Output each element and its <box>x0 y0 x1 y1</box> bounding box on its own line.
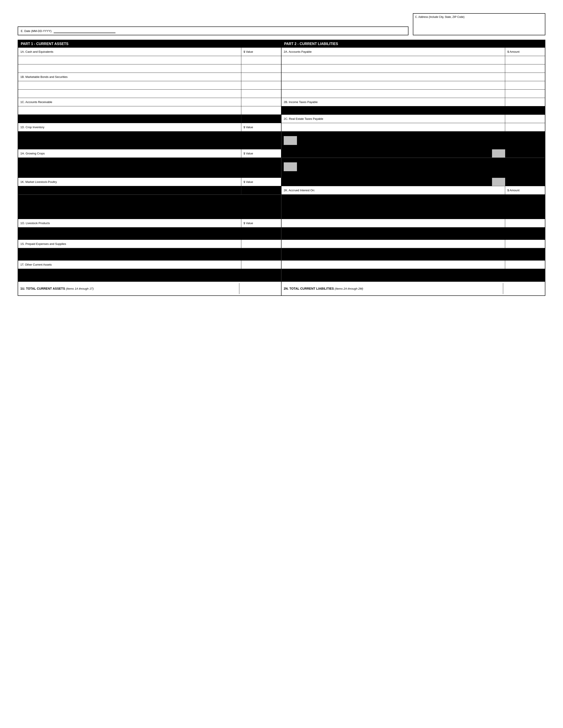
2c-label: 2C. Real Estate Taxes Payable <box>282 115 505 123</box>
1c-row2 <box>18 106 281 115</box>
1k-gray <box>492 178 505 186</box>
total-right: 2N. TOTAL CURRENT LIABILITIES (Items 2A … <box>282 282 545 295</box>
black-l1-val <box>241 115 281 123</box>
row-1o-left: 1O. Livestock Products $ Value <box>18 219 282 227</box>
blank-r2-amt <box>505 81 545 89</box>
1a-row: 1A. Cash and Equivalents $ Value <box>18 48 281 56</box>
black3-right <box>282 195 545 219</box>
row-1b-left: 1B. Marketable Bonds and Securities <box>18 73 282 98</box>
1u-label: 1U. TOTAL CURRENT ASSETS (Items 1A throu… <box>20 287 239 290</box>
1t-right-amt <box>505 261 545 269</box>
1s-value <box>241 240 281 248</box>
2b-amount <box>505 98 545 106</box>
black5-right <box>282 248 545 261</box>
1o-label: 1O. Livestock Products <box>18 219 241 227</box>
row-1k-left: 1K. Market Livestock-Poultry $ Value <box>18 178 282 186</box>
right-blank-amt <box>505 123 545 131</box>
2a-row3 <box>282 64 545 73</box>
1b-label: 1B. Marketable Bonds and Securities <box>18 73 241 81</box>
top-right: C. Address (Include City, State, ZIP Cod… <box>413 13 545 35</box>
1s-row: 1S. Prepaid Expenses and Supplies <box>18 240 281 248</box>
top-left: E. Date (MM-DD-YYYY) <box>18 13 409 35</box>
2k-lb1 <box>18 186 241 194</box>
1h-right-black <box>282 149 545 158</box>
black-middle-section <box>18 131 545 149</box>
1b-val1 <box>241 81 281 89</box>
black4-right <box>282 228 545 240</box>
row-2k-left <box>18 186 282 195</box>
1b-value <box>241 73 281 81</box>
black2-right <box>282 158 545 178</box>
1d-label: 1D. Crop Inventory <box>18 123 241 131</box>
1s-label: 1S. Prepaid Expenses and Supplies <box>18 240 241 248</box>
row-1a: 1A. Cash and Equivalents $ Value <box>18 48 282 73</box>
1t-value <box>241 261 281 269</box>
1t-right-row <box>282 261 545 269</box>
right-blank-row <box>282 123 545 131</box>
total-left: 1U. TOTAL CURRENT ASSETS (Items 1A throu… <box>18 282 282 295</box>
row-2k-right: 2K. Accrued Interest On: $ Amount <box>282 186 545 195</box>
row-1c-left: 1C. Accounts Receivable <box>18 98 282 115</box>
1c-label: 1C. Accounts Receivable <box>18 98 241 106</box>
right-blank <box>282 123 505 131</box>
1o-right-row <box>282 219 545 227</box>
black4-left <box>18 228 282 240</box>
blank-r3 <box>282 90 505 98</box>
black-right <box>282 132 545 149</box>
row-1t-left: 1T. Other Current Assets <box>18 261 282 269</box>
row-1o: 1O. Livestock Products $ Value <box>18 219 545 227</box>
1k-right-black <box>282 178 545 186</box>
row-1h-right <box>282 149 545 158</box>
black-section-3 <box>18 195 545 219</box>
1b-row3 <box>18 90 281 98</box>
1s-right-amt <box>505 240 545 248</box>
2b-row: 2B. Income Taxes Payable <box>282 98 545 106</box>
2b-label: 2B. Income Taxes Payable <box>282 98 505 106</box>
blank-r1 <box>282 73 505 81</box>
2c-amount <box>505 115 545 123</box>
1t-right-blank <box>282 261 505 269</box>
2n-total-row: 2N. TOTAL CURRENT LIABILITIES (Items 2A … <box>282 282 545 295</box>
1h-row: 1H. Growing Crops $ Value <box>18 149 281 158</box>
1k-row: 1K. Market Livestock-Poultry $ Value <box>18 178 281 186</box>
row-1c-2b: 1C. Accounts Receivable 2B. Income Taxes… <box>18 98 545 115</box>
row-1d-left: 1D. Crop Inventory $ Value <box>18 123 282 131</box>
section-headers: PART 1 - CURRENT ASSETS PART 2 - CURRENT… <box>18 40 545 48</box>
black-section-5 <box>18 248 545 261</box>
date-label: E. Date (MM-DD-YYYY) <box>21 29 51 33</box>
row-1s: 1S. Prepaid Expenses and Supplies <box>18 240 545 248</box>
1k-value: $ Value <box>241 178 281 186</box>
1s-right-row <box>282 240 545 248</box>
row-1d: 1D. Crop Inventory $ Value <box>18 123 545 131</box>
1s-right-blank <box>282 240 505 248</box>
black6-right <box>282 269 545 281</box>
1a-val1 <box>241 56 281 64</box>
row-2c-right: 2C. Real Estate Taxes Payable <box>282 115 545 123</box>
blank-r3-amt <box>505 90 545 98</box>
gray-cell-2 <box>284 162 297 171</box>
row-2k: 2K. Accrued Interest On: $ Amount <box>18 186 545 195</box>
row-2b-right: 2B. Income Taxes Payable <box>282 98 545 115</box>
1b-val2 <box>241 90 281 98</box>
1c-blank1 <box>18 106 241 114</box>
row-1a-2a: 1A. Cash and Equivalents $ Value 2A. Acc… <box>18 48 545 73</box>
2a-row: 2A. Accounts Payable $ Amount <box>282 48 545 56</box>
1o-right-amt <box>505 219 545 227</box>
1k-rb-label <box>282 178 492 186</box>
black-section-4 <box>18 227 545 240</box>
1h-gray <box>492 149 505 158</box>
main-form: PART 1 - CURRENT ASSETS PART 2 - CURRENT… <box>18 40 545 296</box>
row-1o-right <box>282 219 545 227</box>
2n-italic: (Items 2A through 2M) <box>335 287 363 290</box>
black-section-6 <box>18 269 545 281</box>
date-input-line[interactable] <box>54 29 115 33</box>
row-1t: 1T. Other Current Assets <box>18 261 545 269</box>
1b-row2 <box>18 81 281 90</box>
1o-value: $ Value <box>241 219 281 227</box>
gray-cell-1 <box>284 136 297 145</box>
1k-rb-amt <box>505 178 545 186</box>
2a-cont3 <box>282 90 545 98</box>
row-1h-left: 1H. Growing Crops $ Value <box>18 149 282 158</box>
date-row: E. Date (MM-DD-YYYY) <box>18 26 409 35</box>
2a-amt1 <box>505 56 545 64</box>
